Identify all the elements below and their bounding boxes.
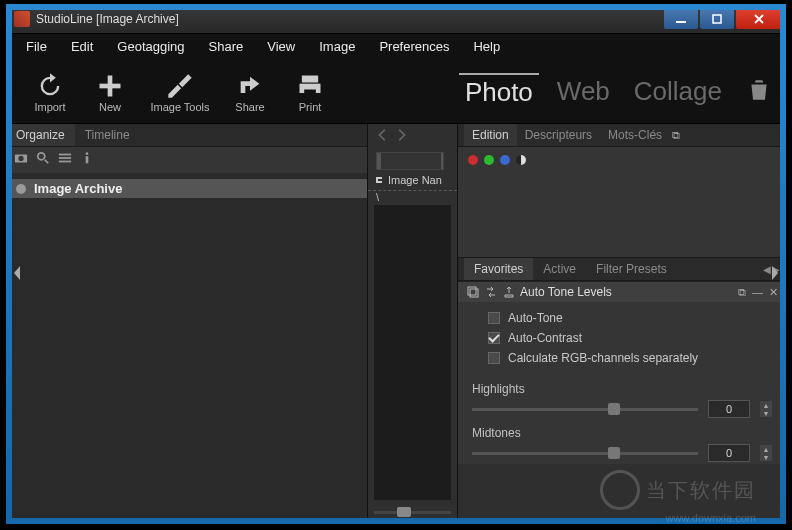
titlebar[interactable]: StudioLine [Image Archive] bbox=[6, 4, 786, 34]
tab-organize[interactable]: Organize bbox=[6, 124, 75, 146]
nav-forward-button[interactable] bbox=[394, 128, 408, 146]
image-tools-label: Image Tools bbox=[150, 101, 209, 113]
camera-icon bbox=[14, 151, 28, 165]
maximize-button[interactable] bbox=[700, 9, 734, 29]
close-button[interactable] bbox=[736, 9, 782, 29]
import-button[interactable]: Import bbox=[20, 71, 80, 113]
filmstrip-icon[interactable] bbox=[376, 152, 444, 170]
highlights-slider-row: Highlights 0 ▲▼ bbox=[458, 376, 786, 420]
share-icon bbox=[236, 72, 264, 100]
app-window: StudioLine [Image Archive] File Edit Geo… bbox=[6, 4, 786, 524]
middle-panel: Image Nan \ bbox=[368, 124, 458, 524]
green-channel-dot[interactable] bbox=[484, 155, 494, 165]
search-icon bbox=[36, 151, 50, 165]
menu-geotagging[interactable]: Geotagging bbox=[107, 37, 194, 56]
tree-bullet-icon bbox=[16, 184, 26, 194]
popout-icon-button[interactable]: ⧉ bbox=[672, 129, 680, 142]
tree-item-image-archive[interactable]: Image Archive bbox=[6, 179, 367, 198]
highlights-slider[interactable] bbox=[472, 408, 698, 411]
toolbar: Import New Image Tools Share Print Photo… bbox=[6, 58, 786, 124]
red-channel-dot[interactable] bbox=[468, 155, 478, 165]
svg-rect-11 bbox=[59, 157, 71, 159]
midtones-value[interactable]: 0 bbox=[708, 444, 750, 462]
midtones-spin-up[interactable]: ▲ bbox=[760, 445, 772, 453]
rgb-separate-checkbox[interactable] bbox=[488, 352, 500, 364]
tool-body: Auto-Tone Auto-Contrast Calculate RGB-ch… bbox=[458, 302, 786, 376]
mode-web[interactable]: Web bbox=[551, 74, 616, 109]
svg-rect-14 bbox=[86, 156, 89, 163]
tool-header[interactable]: Auto Tone Levels ⧉ — ✕ bbox=[458, 281, 786, 302]
tab-active[interactable]: Active bbox=[533, 258, 586, 280]
svg-rect-3 bbox=[100, 83, 121, 88]
copy-icon bbox=[466, 285, 480, 299]
nav-back-button[interactable] bbox=[376, 128, 390, 146]
svg-rect-0 bbox=[676, 21, 686, 23]
svg-point-9 bbox=[38, 153, 45, 160]
print-button[interactable]: Print bbox=[280, 71, 340, 113]
svg-rect-15 bbox=[468, 287, 476, 295]
new-button[interactable]: New bbox=[80, 71, 140, 113]
tab-edition[interactable]: Edition bbox=[464, 124, 517, 146]
svg-rect-16 bbox=[470, 289, 478, 297]
close-tool-button[interactable]: ✕ bbox=[769, 286, 778, 299]
minimize-button[interactable] bbox=[664, 9, 698, 29]
left-panel: Organize Timeline Image Archive bbox=[6, 124, 368, 524]
auto-tone-label: Auto-Tone bbox=[508, 311, 563, 325]
plus-icon bbox=[96, 72, 124, 100]
path-label: \ bbox=[368, 190, 457, 203]
tab-favorites[interactable]: Favorites bbox=[464, 258, 533, 280]
camera-icon-button[interactable] bbox=[14, 151, 28, 169]
highlights-spin-down[interactable]: ▼ bbox=[760, 409, 772, 417]
grid-icon bbox=[58, 151, 72, 165]
blue-channel-dot[interactable] bbox=[500, 155, 510, 165]
search-icon-button[interactable] bbox=[36, 151, 50, 169]
edition-body bbox=[458, 147, 786, 257]
import-label: Import bbox=[34, 101, 65, 113]
menu-view[interactable]: View bbox=[257, 37, 305, 56]
content: Organize Timeline Image Archive bbox=[6, 124, 786, 524]
highlights-spin-up[interactable]: ▲ bbox=[760, 401, 772, 409]
info-icon bbox=[80, 151, 94, 165]
mode-collage[interactable]: Collage bbox=[628, 74, 728, 109]
collapse-button[interactable]: — bbox=[752, 286, 763, 298]
menu-preferences[interactable]: Preferences bbox=[369, 37, 459, 56]
sort-dropdown[interactable]: Image Nan bbox=[368, 172, 457, 188]
menu-edit[interactable]: Edit bbox=[61, 37, 103, 56]
import-icon bbox=[36, 72, 64, 100]
midtones-slider[interactable] bbox=[472, 452, 698, 455]
tab-descripteurs[interactable]: Descripteurs bbox=[517, 124, 600, 146]
tab-mots-cles[interactable]: Mots-Clés bbox=[600, 124, 670, 146]
trash-icon bbox=[746, 77, 772, 103]
tab-filter-presets[interactable]: Filter Presets bbox=[586, 258, 677, 280]
thumbnail-area[interactable] bbox=[374, 205, 451, 500]
share-button[interactable]: Share bbox=[220, 71, 280, 113]
thumbnail-zoom-slider[interactable] bbox=[368, 506, 457, 524]
grid-icon-button[interactable] bbox=[58, 151, 72, 169]
info-icon-button[interactable] bbox=[80, 151, 94, 169]
auto-tone-checkbox[interactable] bbox=[488, 312, 500, 324]
trash-button[interactable] bbox=[746, 77, 772, 107]
right-edge-expand[interactable] bbox=[770, 264, 780, 282]
menu-help[interactable]: Help bbox=[463, 37, 510, 56]
svg-rect-1 bbox=[713, 15, 721, 23]
left-toolbar bbox=[6, 147, 367, 173]
left-edge-expand[interactable] bbox=[12, 264, 22, 282]
svg-rect-12 bbox=[59, 161, 71, 163]
menu-share[interactable]: Share bbox=[199, 37, 254, 56]
favorites-section: Favorites Active Filter Presets ◀ ▶ Auto… bbox=[458, 257, 786, 524]
auto-contrast-checkbox[interactable] bbox=[488, 332, 500, 344]
tab-timeline[interactable]: Timeline bbox=[75, 124, 140, 146]
menu-image[interactable]: Image bbox=[309, 37, 365, 56]
bw-channel-dot[interactable] bbox=[516, 155, 526, 165]
svg-point-8 bbox=[18, 156, 23, 161]
right-panel: Edition Descripteurs Mots-Clés ⧉ Favorit… bbox=[458, 124, 786, 524]
midtones-slider-row: Midtones 0 ▲▼ bbox=[458, 420, 786, 464]
image-tools-button[interactable]: Image Tools bbox=[140, 71, 220, 113]
menu-file[interactable]: File bbox=[16, 37, 57, 56]
mode-photo[interactable]: Photo bbox=[459, 73, 539, 110]
highlights-value[interactable]: 0 bbox=[708, 400, 750, 418]
svg-rect-6 bbox=[304, 89, 316, 96]
popout2-icon-button[interactable]: ⧉ bbox=[738, 286, 746, 299]
midtones-spin-down[interactable]: ▼ bbox=[760, 453, 772, 461]
rgb-separate-label: Calculate RGB-channels separately bbox=[508, 351, 698, 365]
